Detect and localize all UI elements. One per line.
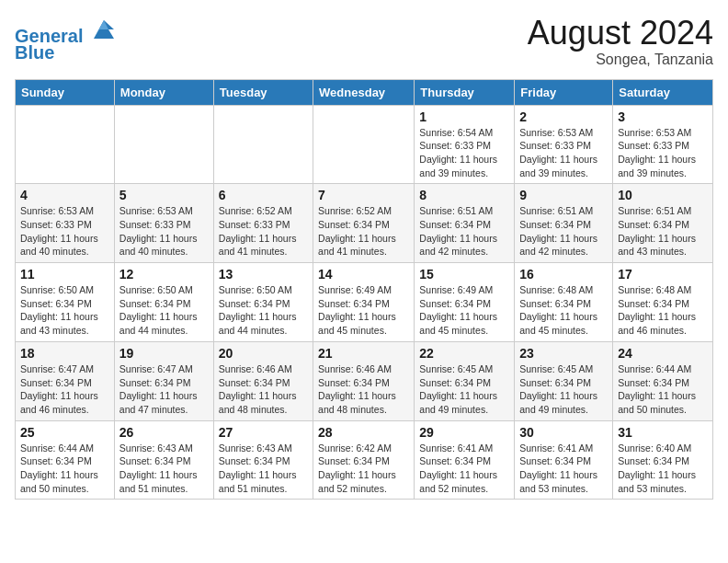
day-info: Sunrise: 6:51 AM Sunset: 6:34 PM Dayligh… bbox=[519, 204, 608, 259]
logo: General Blue bbox=[15, 15, 118, 63]
day-info: Sunrise: 6:52 AM Sunset: 6:34 PM Dayligh… bbox=[318, 204, 409, 259]
weekday-header-thursday: Thursday bbox=[415, 79, 515, 105]
weekday-header-tuesday: Tuesday bbox=[213, 79, 313, 105]
day-info: Sunrise: 6:47 AM Sunset: 6:34 PM Dayligh… bbox=[20, 362, 109, 417]
day-number: 29 bbox=[419, 425, 509, 440]
day-number: 6 bbox=[219, 188, 308, 202]
day-number: 19 bbox=[119, 346, 209, 361]
day-info: Sunrise: 6:46 AM Sunset: 6:34 PM Dayligh… bbox=[318, 362, 409, 417]
calendar-cell: 24Sunrise: 6:44 AM Sunset: 6:34 PM Dayli… bbox=[613, 341, 713, 420]
day-number: 10 bbox=[618, 188, 708, 202]
calendar-cell: 3Sunrise: 6:53 AM Sunset: 6:33 PM Daylig… bbox=[613, 105, 713, 184]
day-info: Sunrise: 6:50 AM Sunset: 6:34 PM Dayligh… bbox=[119, 283, 209, 338]
day-info: Sunrise: 6:45 AM Sunset: 6:34 PM Dayligh… bbox=[519, 362, 608, 417]
calendar-cell: 30Sunrise: 6:41 AM Sunset: 6:34 PM Dayli… bbox=[515, 420, 613, 500]
week-row-5: 25Sunrise: 6:44 AM Sunset: 6:34 PM Dayli… bbox=[16, 420, 713, 500]
day-number: 17 bbox=[618, 267, 708, 282]
day-number: 26 bbox=[119, 425, 209, 440]
calendar-cell: 18Sunrise: 6:47 AM Sunset: 6:34 PM Dayli… bbox=[16, 341, 115, 420]
calendar-cell: 29Sunrise: 6:41 AM Sunset: 6:34 PM Dayli… bbox=[415, 420, 515, 500]
day-number: 22 bbox=[419, 346, 509, 361]
day-info: Sunrise: 6:49 AM Sunset: 6:34 PM Dayligh… bbox=[318, 283, 409, 338]
calendar-cell: 25Sunrise: 6:44 AM Sunset: 6:34 PM Dayli… bbox=[16, 420, 115, 500]
day-info: Sunrise: 6:51 AM Sunset: 6:34 PM Dayligh… bbox=[618, 204, 708, 259]
calendar-cell: 4Sunrise: 6:53 AM Sunset: 6:33 PM Daylig… bbox=[16, 184, 115, 263]
day-number: 24 bbox=[618, 346, 708, 361]
weekday-header-friday: Friday bbox=[515, 79, 613, 105]
calendar-cell: 17Sunrise: 6:48 AM Sunset: 6:34 PM Dayli… bbox=[613, 263, 713, 342]
weekday-header-sunday: Sunday bbox=[16, 79, 115, 105]
calendar-cell bbox=[213, 105, 313, 184]
calendar: SundayMondayTuesdayWednesdayThursdayFrid… bbox=[15, 79, 713, 500]
title-area: August 2024 Songea, Tanzania bbox=[528, 15, 713, 68]
calendar-cell: 11Sunrise: 6:50 AM Sunset: 6:34 PM Dayli… bbox=[16, 263, 115, 342]
day-info: Sunrise: 6:51 AM Sunset: 6:34 PM Dayligh… bbox=[419, 204, 509, 259]
day-info: Sunrise: 6:44 AM Sunset: 6:34 PM Dayligh… bbox=[20, 442, 109, 496]
day-number: 28 bbox=[318, 425, 409, 440]
calendar-cell: 7Sunrise: 6:52 AM Sunset: 6:34 PM Daylig… bbox=[313, 184, 415, 263]
day-info: Sunrise: 6:53 AM Sunset: 6:33 PM Dayligh… bbox=[519, 126, 608, 180]
weekday-header-row: SundayMondayTuesdayWednesdayThursdayFrid… bbox=[16, 79, 713, 105]
day-info: Sunrise: 6:53 AM Sunset: 6:33 PM Dayligh… bbox=[618, 126, 708, 180]
week-row-2: 4Sunrise: 6:53 AM Sunset: 6:33 PM Daylig… bbox=[16, 184, 713, 263]
week-row-1: 1Sunrise: 6:54 AM Sunset: 6:33 PM Daylig… bbox=[16, 105, 713, 184]
calendar-cell: 15Sunrise: 6:49 AM Sunset: 6:34 PM Dayli… bbox=[415, 263, 515, 342]
page-header: General Blue August 2024 Songea, Tanzani… bbox=[15, 15, 713, 68]
day-info: Sunrise: 6:50 AM Sunset: 6:34 PM Dayligh… bbox=[219, 283, 308, 338]
calendar-cell: 19Sunrise: 6:47 AM Sunset: 6:34 PM Dayli… bbox=[114, 341, 213, 420]
day-number: 2 bbox=[519, 109, 608, 124]
day-info: Sunrise: 6:43 AM Sunset: 6:34 PM Dayligh… bbox=[119, 442, 209, 496]
day-number: 16 bbox=[519, 267, 608, 282]
calendar-cell bbox=[16, 105, 115, 184]
day-info: Sunrise: 6:42 AM Sunset: 6:34 PM Dayligh… bbox=[318, 442, 409, 496]
day-info: Sunrise: 6:52 AM Sunset: 6:33 PM Dayligh… bbox=[219, 204, 308, 259]
week-row-4: 18Sunrise: 6:47 AM Sunset: 6:34 PM Dayli… bbox=[16, 341, 713, 420]
day-number: 20 bbox=[219, 346, 308, 361]
calendar-cell: 22Sunrise: 6:45 AM Sunset: 6:34 PM Dayli… bbox=[415, 341, 515, 420]
day-number: 31 bbox=[618, 425, 708, 440]
day-info: Sunrise: 6:43 AM Sunset: 6:34 PM Dayligh… bbox=[219, 442, 308, 496]
calendar-cell: 9Sunrise: 6:51 AM Sunset: 6:34 PM Daylig… bbox=[515, 184, 613, 263]
day-number: 18 bbox=[20, 346, 109, 361]
day-number: 1 bbox=[419, 109, 509, 124]
day-number: 23 bbox=[519, 346, 608, 361]
week-row-3: 11Sunrise: 6:50 AM Sunset: 6:34 PM Dayli… bbox=[16, 263, 713, 342]
day-number: 13 bbox=[219, 267, 308, 282]
day-number: 27 bbox=[219, 425, 308, 440]
calendar-cell: 10Sunrise: 6:51 AM Sunset: 6:34 PM Dayli… bbox=[613, 184, 713, 263]
day-number: 15 bbox=[419, 267, 509, 282]
day-number: 25 bbox=[20, 425, 109, 440]
day-number: 7 bbox=[318, 188, 409, 202]
day-info: Sunrise: 6:41 AM Sunset: 6:34 PM Dayligh… bbox=[519, 442, 608, 496]
day-info: Sunrise: 6:48 AM Sunset: 6:34 PM Dayligh… bbox=[519, 283, 608, 338]
day-number: 11 bbox=[20, 267, 109, 282]
calendar-cell: 20Sunrise: 6:46 AM Sunset: 6:34 PM Dayli… bbox=[213, 341, 313, 420]
day-number: 30 bbox=[519, 425, 608, 440]
calendar-cell: 5Sunrise: 6:53 AM Sunset: 6:33 PM Daylig… bbox=[114, 184, 213, 263]
calendar-cell: 27Sunrise: 6:43 AM Sunset: 6:34 PM Dayli… bbox=[213, 420, 313, 500]
calendar-cell: 6Sunrise: 6:52 AM Sunset: 6:33 PM Daylig… bbox=[213, 184, 313, 263]
day-info: Sunrise: 6:53 AM Sunset: 6:33 PM Dayligh… bbox=[20, 204, 109, 259]
day-info: Sunrise: 6:54 AM Sunset: 6:33 PM Dayligh… bbox=[419, 126, 509, 180]
day-info: Sunrise: 6:41 AM Sunset: 6:34 PM Dayligh… bbox=[419, 442, 509, 496]
calendar-cell: 13Sunrise: 6:50 AM Sunset: 6:34 PM Dayli… bbox=[213, 263, 313, 342]
day-info: Sunrise: 6:44 AM Sunset: 6:34 PM Dayligh… bbox=[618, 362, 708, 417]
day-info: Sunrise: 6:45 AM Sunset: 6:34 PM Dayligh… bbox=[419, 362, 509, 417]
day-number: 9 bbox=[519, 188, 608, 202]
day-number: 8 bbox=[419, 188, 509, 202]
calendar-cell bbox=[114, 105, 213, 184]
day-info: Sunrise: 6:53 AM Sunset: 6:33 PM Dayligh… bbox=[119, 204, 209, 259]
calendar-cell: 16Sunrise: 6:48 AM Sunset: 6:34 PM Dayli… bbox=[515, 263, 613, 342]
day-number: 12 bbox=[119, 267, 209, 282]
calendar-cell: 2Sunrise: 6:53 AM Sunset: 6:33 PM Daylig… bbox=[515, 105, 613, 184]
calendar-cell bbox=[313, 105, 415, 184]
day-info: Sunrise: 6:49 AM Sunset: 6:34 PM Dayligh… bbox=[419, 283, 509, 338]
calendar-cell: 12Sunrise: 6:50 AM Sunset: 6:34 PM Dayli… bbox=[114, 263, 213, 342]
calendar-cell: 23Sunrise: 6:45 AM Sunset: 6:34 PM Dayli… bbox=[515, 341, 613, 420]
day-number: 3 bbox=[618, 109, 708, 124]
day-info: Sunrise: 6:40 AM Sunset: 6:34 PM Dayligh… bbox=[618, 442, 708, 496]
calendar-cell: 8Sunrise: 6:51 AM Sunset: 6:34 PM Daylig… bbox=[415, 184, 515, 263]
day-info: Sunrise: 6:50 AM Sunset: 6:34 PM Dayligh… bbox=[20, 283, 109, 338]
weekday-header-saturday: Saturday bbox=[613, 79, 713, 105]
day-info: Sunrise: 6:47 AM Sunset: 6:34 PM Dayligh… bbox=[119, 362, 209, 417]
